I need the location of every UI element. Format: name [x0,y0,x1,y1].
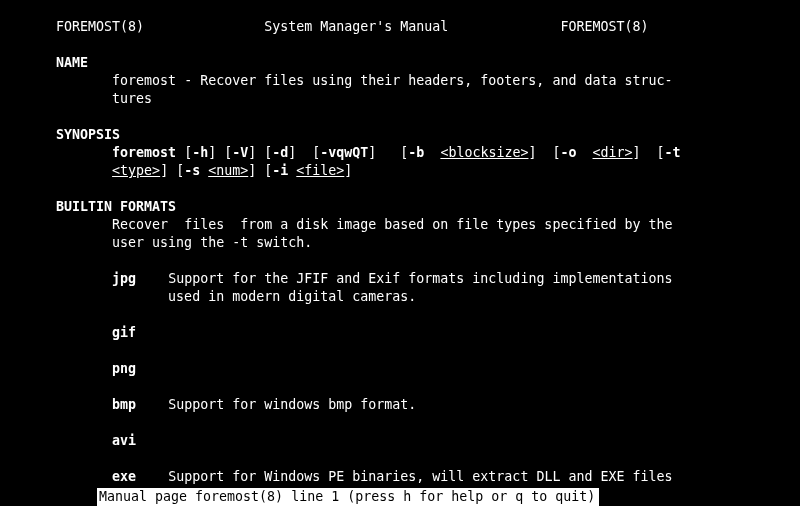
builtin-intro: Recover files from a disk image based on… [0,217,672,250]
pager-status-bar[interactable]: Manual page foremost(8) line 1 (press h … [97,488,599,506]
section-synopsis: SYNOPSIS foremost [-h] [-V] [-d] [-vqwQT… [0,127,681,178]
fmt-tag: png [112,361,136,376]
fmt-desc: Support for windows bmp format. [168,397,416,412]
fmt-tag: bmp [112,397,136,412]
synopsis-cmd: foremost [112,145,176,160]
fmt-tag: exe [112,469,136,484]
fmt-desc: Support for the JFIF and Exif formats in… [0,271,672,304]
section-builtin: BUILTIN FORMATS Recover files from a dis… [0,199,672,502]
section-heading: NAME [56,55,88,70]
name-body: foremost - Recover files using their hea… [0,73,672,106]
fmt-tag: avi [112,433,136,448]
section-name: NAME foremost - Recover files using thei… [0,55,672,106]
fmt-tag: gif [112,325,136,340]
section-heading: SYNOPSIS [56,127,120,142]
man-page: FOREMOST(8) System Manager's Manual FORE… [0,0,800,504]
section-heading: BUILTIN FORMATS [56,199,176,214]
fmt-tag: jpg [112,271,136,286]
header-line: FOREMOST(8) System Manager's Manual FORE… [0,19,648,34]
